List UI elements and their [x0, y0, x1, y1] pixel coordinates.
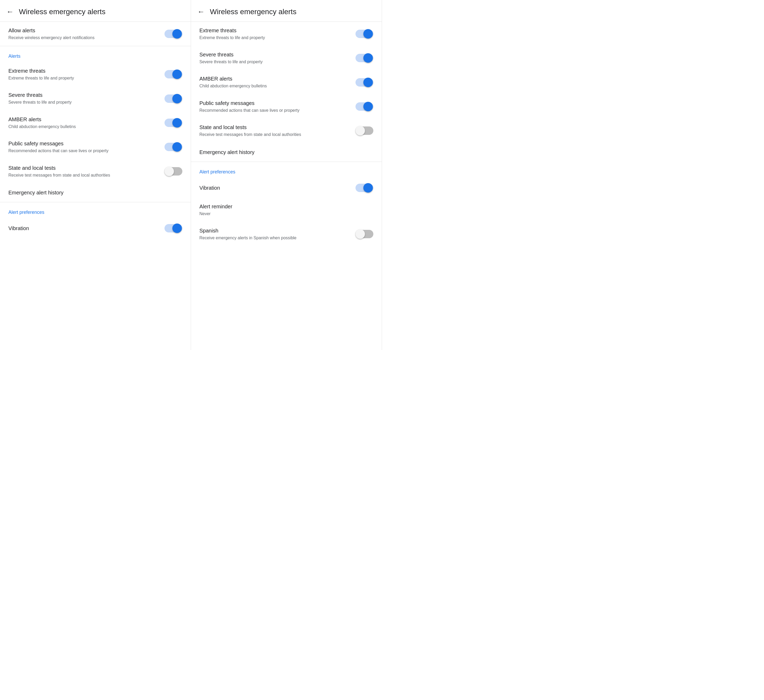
severe-threats-toggle[interactable] [164, 94, 182, 103]
severe-threats-subtitle-r: Severe threats to life and property [199, 59, 349, 65]
alert-reminder-text-r: Alert reminder Never [199, 203, 373, 217]
amber-alerts-title-r: AMBER alerts [199, 75, 349, 82]
extreme-threats-subtitle-r: Extreme threats to life and property [199, 35, 349, 41]
state-local-tests-toggle[interactable] [164, 167, 182, 176]
state-local-tests-title-r: State and local tests [199, 124, 349, 131]
allow-alerts-subtitle: Receive wireless emergency alert notific… [8, 35, 158, 41]
vibration-title-r: Vibration [199, 185, 349, 191]
public-safety-title: Public safety messages [8, 140, 158, 147]
spanish-subtitle-r: Receive emergency alerts in Spanish when… [199, 235, 349, 241]
header-left: ← Wireless emergency alerts [0, 0, 191, 22]
amber-alerts-toggle[interactable] [164, 118, 182, 127]
severe-threats-toggle-r[interactable] [355, 53, 373, 63]
toggle-thumb [363, 53, 373, 63]
public-safety-text: Public safety messages Recommended actio… [8, 140, 164, 154]
alerts-section-label: Alerts [0, 46, 191, 62]
vibration-text: Vibration [8, 225, 164, 232]
severe-threats-title: Severe threats [8, 92, 158, 99]
vibration-text-r: Vibration [199, 185, 355, 191]
state-local-tests-item[interactable]: State and local tests Receive test messa… [0, 159, 191, 183]
vibration-toggle-r[interactable] [355, 183, 373, 193]
toggle-thumb [363, 183, 373, 193]
spanish-toggle-r[interactable] [355, 229, 373, 239]
header-right: ← Wireless emergency alerts [191, 0, 382, 22]
severe-threats-item-r[interactable]: Severe threats Severe threats to life an… [191, 46, 382, 70]
extreme-threats-title-r: Extreme threats [199, 27, 349, 34]
panel-left: ← Wireless emergency alerts Allow alerts… [0, 0, 191, 350]
severe-threats-text-r: Severe threats Severe threats to life an… [199, 51, 355, 65]
toggle-thumb [363, 29, 373, 39]
vibration-title: Vibration [8, 225, 158, 232]
extreme-threats-text-r: Extreme threats Extreme threats to life … [199, 27, 355, 41]
spanish-text-r: Spanish Receive emergency alerts in Span… [199, 227, 355, 241]
allow-alerts-title: Allow alerts [8, 27, 158, 34]
alert-reminder-item-r[interactable]: Alert reminder Never [191, 198, 382, 222]
amber-alerts-title: AMBER alerts [8, 116, 158, 123]
panel-right: ← Wireless emergency alerts Extreme thre… [191, 0, 382, 350]
severe-threats-subtitle: Severe threats to life and property [8, 99, 158, 105]
extreme-threats-toggle-r[interactable] [355, 29, 373, 39]
toggle-thumb [172, 224, 182, 233]
toggle-thumb [363, 102, 373, 111]
severe-threats-item[interactable]: Severe threats Severe threats to life an… [0, 86, 191, 110]
emergency-alert-history-title-r: Emergency alert history [199, 149, 373, 155]
toggle-thumb [172, 69, 182, 79]
extreme-threats-item[interactable]: Extreme threats Extreme threats to life … [0, 62, 191, 86]
public-safety-text-r: Public safety messages Recommended actio… [199, 100, 355, 113]
amber-alerts-subtitle-r: Child abduction emergency bulletins [199, 83, 349, 89]
amber-alerts-toggle-r[interactable] [355, 78, 373, 87]
alert-reminder-title-r: Alert reminder [199, 203, 367, 210]
extreme-threats-subtitle: Extreme threats to life and property [8, 75, 158, 81]
toggle-thumb [172, 94, 182, 103]
spanish-item-r[interactable]: Spanish Receive emergency alerts in Span… [191, 222, 382, 246]
severe-threats-text: Severe threats Severe threats to life an… [8, 92, 164, 105]
public-safety-title-r: Public safety messages [199, 100, 349, 106]
toggle-thumb [363, 78, 373, 87]
amber-alerts-subtitle: Child abduction emergency bulletins [8, 124, 158, 130]
toggle-thumb [172, 118, 182, 127]
amber-alerts-item[interactable]: AMBER alerts Child abduction emergency b… [0, 111, 191, 135]
amber-alerts-text-r: AMBER alerts Child abduction emergency b… [199, 75, 355, 89]
back-button-right[interactable]: ← [197, 8, 205, 16]
emergency-alert-history-item[interactable]: Emergency alert history [0, 183, 191, 202]
extreme-threats-item-r[interactable]: Extreme threats Extreme threats to life … [191, 22, 382, 46]
extreme-threats-toggle[interactable] [164, 69, 182, 79]
state-local-tests-text: State and local tests Receive test messa… [8, 164, 164, 178]
alert-reminder-subtitle-r: Never [199, 211, 367, 217]
page-title-right: Wireless emergency alerts [210, 7, 296, 16]
state-local-tests-subtitle: Receive test messages from state and loc… [8, 172, 158, 178]
amber-alerts-item-r[interactable]: AMBER alerts Child abduction emergency b… [191, 70, 382, 94]
state-local-tests-subtitle-r: Receive test messages from state and loc… [199, 132, 349, 138]
public-safety-subtitle-r: Recommended actions that can save lives … [199, 108, 349, 113]
toggle-thumb [172, 29, 182, 39]
allow-alerts-item[interactable]: Allow alerts Receive wireless emergency … [0, 22, 191, 46]
vibration-toggle[interactable] [164, 224, 182, 233]
page-title-left: Wireless emergency alerts [19, 7, 105, 16]
vibration-item-r[interactable]: Vibration [191, 178, 382, 198]
emergency-alert-history-title: Emergency alert history [8, 190, 182, 196]
state-local-tests-text-r: State and local tests Receive test messa… [199, 124, 355, 138]
toggle-thumb [164, 167, 174, 176]
emergency-alert-history-item-r[interactable]: Emergency alert history [191, 143, 382, 161]
alert-preferences-section-label: Alert preferences [0, 202, 191, 218]
public-safety-toggle[interactable] [164, 142, 182, 152]
public-safety-item[interactable]: Public safety messages Recommended actio… [0, 135, 191, 159]
public-safety-subtitle: Recommended actions that can save lives … [8, 148, 158, 154]
state-local-tests-item-r[interactable]: State and local tests Receive test messa… [191, 119, 382, 143]
state-local-tests-toggle-r[interactable] [355, 126, 373, 135]
extreme-threats-title: Extreme threats [8, 67, 158, 74]
severe-threats-title-r: Severe threats [199, 51, 349, 58]
extreme-threats-text: Extreme threats Extreme threats to life … [8, 67, 164, 81]
public-safety-item-r[interactable]: Public safety messages Recommended actio… [191, 94, 382, 119]
amber-alerts-text: AMBER alerts Child abduction emergency b… [8, 116, 164, 130]
allow-alerts-toggle[interactable] [164, 29, 182, 39]
vibration-item[interactable]: Vibration [0, 218, 191, 238]
toggle-thumb [355, 229, 365, 239]
alert-preferences-section-label-r: Alert preferences [191, 162, 382, 178]
public-safety-toggle-r[interactable] [355, 102, 373, 111]
state-local-tests-title: State and local tests [8, 164, 158, 171]
allow-alerts-text: Allow alerts Receive wireless emergency … [8, 27, 164, 41]
spanish-title-r: Spanish [199, 227, 349, 234]
back-button-left[interactable]: ← [6, 8, 14, 16]
